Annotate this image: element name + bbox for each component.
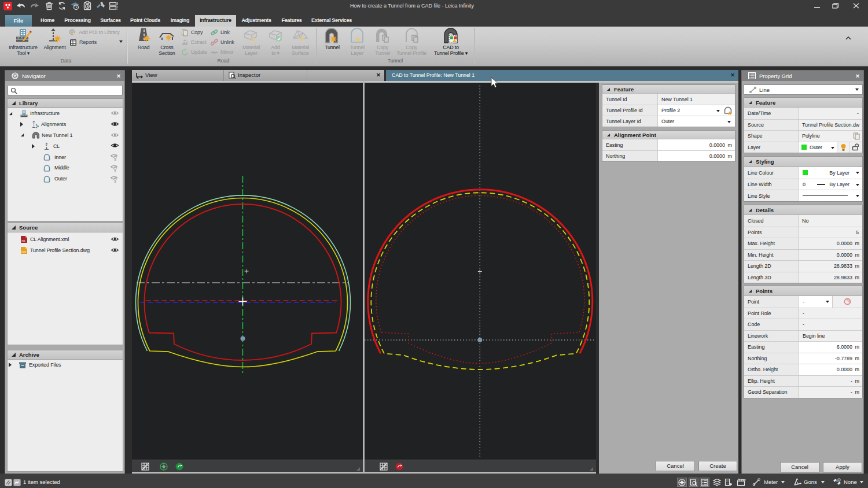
svg-text:XML: XML [21, 240, 25, 242]
svg-text:DWG: DWG [21, 251, 27, 253]
